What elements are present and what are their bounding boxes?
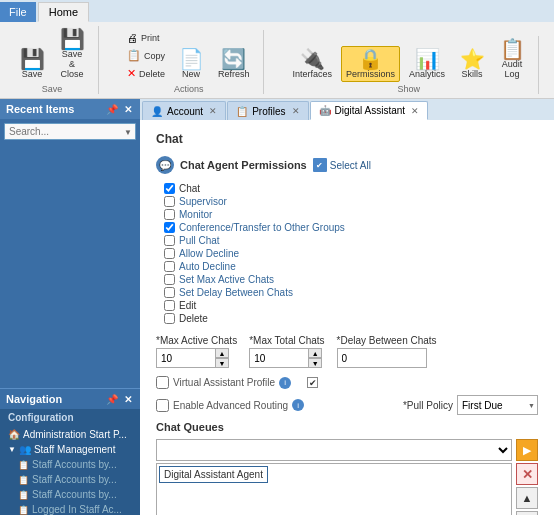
max-total-chats-group: *Max Total Chats 10 ▲ ▼ bbox=[249, 335, 324, 368]
checkbox-auto-decline-input[interactable] bbox=[164, 261, 175, 272]
save-close-button[interactable]: 💾 Save &Close bbox=[54, 26, 90, 82]
chat-section-title: Chat bbox=[156, 132, 538, 146]
nav-child-logged-in[interactable]: 📋 Logged In Staff Ac... bbox=[0, 502, 140, 515]
checkbox-supervisor: Supervisor bbox=[164, 195, 538, 208]
max-active-chats-input[interactable]: 10 bbox=[156, 348, 216, 368]
document-body: Chat 💬 Chat Agent Permissions ✔ Select A… bbox=[140, 120, 554, 515]
delay-between-chats-input[interactable]: 0 bbox=[337, 348, 427, 368]
ribbon-body: 💾 Save 💾 Save &Close Save 🖨 Print bbox=[0, 22, 554, 98]
pull-policy-select[interactable]: First Due Round Robin Least Busy bbox=[457, 395, 538, 415]
nav-item-admin[interactable]: 🏠 Administration Start P... bbox=[0, 427, 140, 442]
save-button[interactable]: 💾 Save bbox=[14, 46, 50, 82]
tab-home[interactable]: Home bbox=[38, 2, 89, 22]
copy-button[interactable]: 📋 Copy bbox=[123, 47, 169, 64]
print-button[interactable]: 🖨 Print bbox=[123, 30, 169, 46]
checkbox-allow-decline: Allow Decline bbox=[164, 247, 538, 260]
enable-routing-row: Enable Advanced Routing i *Pull Policy F… bbox=[156, 395, 538, 415]
ribbon-group-actions: 🖨 Print 📋 Copy ✕ Delete 📄 New bbox=[115, 30, 264, 94]
ribbon-group-save: 💾 Save 💾 Save &Close Save bbox=[6, 26, 99, 94]
checkbox-edit-input[interactable] bbox=[164, 300, 175, 311]
chat-queues-label: Chat Queues bbox=[156, 421, 538, 433]
checkbox-edit: Edit bbox=[164, 299, 538, 312]
tab-digital-assistant[interactable]: 🤖 Digital Assistant ✕ bbox=[310, 101, 429, 120]
refresh-button[interactable]: 🔄 Refresh bbox=[213, 46, 255, 82]
nav-child-staff-accounts-2[interactable]: 📋 Staff Accounts by... bbox=[0, 472, 140, 487]
sidebar-search-area: ▼ bbox=[0, 119, 140, 144]
tab-file[interactable]: File bbox=[0, 2, 36, 22]
tab-digital-assistant-close[interactable]: ✕ bbox=[411, 106, 419, 116]
search-input[interactable] bbox=[4, 123, 136, 140]
tab-account-close[interactable]: ✕ bbox=[209, 106, 217, 116]
max-active-chats-down[interactable]: ▼ bbox=[215, 358, 229, 368]
checkbox-delete-input[interactable] bbox=[164, 313, 175, 324]
nav-close[interactable]: ✕ bbox=[122, 394, 134, 405]
queue-add-button[interactable]: ▶ bbox=[516, 439, 538, 461]
tab-profiles[interactable]: 📋 Profiles ✕ bbox=[227, 101, 308, 120]
nav-pin[interactable]: 📌 bbox=[104, 394, 120, 405]
checkbox-chat-input[interactable] bbox=[164, 183, 175, 194]
queue-list: Digital Assistant Agent bbox=[156, 463, 512, 515]
queue-remove-button[interactable]: ✕ bbox=[516, 463, 538, 485]
checkbox-list: Chat Supervisor Monitor Conference/Trans… bbox=[164, 182, 538, 325]
recent-items-close[interactable]: ✕ bbox=[122, 104, 134, 115]
max-total-chats-input[interactable]: 10 bbox=[249, 348, 309, 368]
analytics-button[interactable]: 📊 Analytics bbox=[404, 46, 450, 82]
sidebar: Recent Items 📌 ✕ ▼ Navigation 📌 ✕ Confi bbox=[0, 99, 140, 515]
interfaces-button[interactable]: 🔌 Interfaces bbox=[288, 46, 338, 82]
permissions-title: Chat Agent Permissions bbox=[180, 159, 307, 171]
checkbox-set-delay-input[interactable] bbox=[164, 287, 175, 298]
main-layout: Recent Items 📌 ✕ ▼ Navigation 📌 ✕ Confi bbox=[0, 99, 554, 515]
new-button[interactable]: 📄 New bbox=[173, 46, 209, 82]
nav-item-staff-mgmt[interactable]: ▼ 👥 Staff Management bbox=[0, 442, 140, 457]
recent-items-pin[interactable]: 📌 bbox=[104, 104, 120, 115]
checkbox-supervisor-input[interactable] bbox=[164, 196, 175, 207]
virtual-assistant-check: ✔ bbox=[307, 377, 318, 388]
select-all-button[interactable]: ✔ Select All bbox=[313, 158, 371, 172]
max-total-chats-down[interactable]: ▼ bbox=[308, 358, 322, 368]
enable-routing-item: Enable Advanced Routing i bbox=[156, 399, 304, 412]
delete-button[interactable]: ✕ Delete bbox=[123, 65, 169, 82]
permissions-button[interactable]: 🔒 Permissions bbox=[341, 46, 400, 82]
checkbox-allow-decline-input[interactable] bbox=[164, 248, 175, 259]
checkbox-pull-chat: Pull Chat bbox=[164, 234, 538, 247]
virtual-assistant-checkbox[interactable] bbox=[156, 376, 169, 389]
skills-button[interactable]: ⭐ Skills bbox=[454, 46, 490, 82]
queue-down-button[interactable]: ▼ bbox=[516, 511, 538, 515]
select-all-icon: ✔ bbox=[313, 158, 327, 172]
audit-log-button[interactable]: 📋 AuditLog bbox=[494, 36, 530, 82]
queue-up-button[interactable]: ▲ bbox=[516, 487, 538, 509]
tab-account[interactable]: 👤 Account ✕ bbox=[142, 101, 226, 120]
queue-dropdown[interactable] bbox=[156, 439, 512, 461]
tab-profiles-close[interactable]: ✕ bbox=[292, 106, 300, 116]
checkbox-set-max-input[interactable] bbox=[164, 274, 175, 285]
enable-routing-checkbox[interactable] bbox=[156, 399, 169, 412]
checkbox-set-delay: Set Delay Between Chats bbox=[164, 286, 538, 299]
virtual-assistant-standalone-check: ✔ bbox=[307, 377, 318, 388]
navigation-section: Navigation 📌 ✕ Configuration 🏠 Administr… bbox=[0, 388, 140, 515]
max-active-chats-group: *Max Active Chats 10 ▲ ▼ bbox=[156, 335, 237, 368]
virtual-assistant-info-icon[interactable]: i bbox=[279, 377, 291, 389]
ribbon-tabs: File Home bbox=[0, 0, 554, 22]
va-row: Virtual Assistant Profile i ✔ bbox=[156, 376, 538, 389]
navigation-title: Navigation bbox=[6, 393, 62, 405]
max-active-chats-up[interactable]: ▲ bbox=[215, 348, 229, 358]
queue-list-item[interactable]: Digital Assistant Agent bbox=[159, 466, 268, 483]
checkbox-conference-input[interactable] bbox=[164, 222, 175, 233]
permissions-icon: 💬 bbox=[156, 156, 174, 174]
queue-side-buttons: ▶ ✕ ▲ ▼ bbox=[516, 439, 538, 515]
max-total-chats-up[interactable]: ▲ bbox=[308, 348, 322, 358]
nav-tree: 🏠 Administration Start P... ▼ 👥 Staff Ma… bbox=[0, 425, 140, 515]
nav-child-staff-accounts-3[interactable]: 📋 Staff Accounts by... bbox=[0, 487, 140, 502]
checkbox-monitor: Monitor bbox=[164, 208, 538, 221]
checkbox-auto-decline: Auto Decline bbox=[164, 260, 538, 273]
pull-policy-dropdown-wrap: First Due Round Robin Least Busy bbox=[457, 395, 538, 415]
checkbox-monitor-input[interactable] bbox=[164, 209, 175, 220]
delay-between-chats-group: *Delay Between Chats 0 bbox=[337, 335, 437, 368]
pull-policy-group: *Pull Policy First Due Round Robin Least… bbox=[403, 395, 538, 415]
queue-area: Digital Assistant Agent ▶ ✕ ▲ ▼ bbox=[156, 439, 538, 515]
permissions-header: 💬 Chat Agent Permissions ✔ Select All bbox=[156, 156, 538, 174]
enable-routing-info-icon[interactable]: i bbox=[292, 399, 304, 411]
checkbox-pull-chat-input[interactable] bbox=[164, 235, 175, 246]
queue-input-wrap: Digital Assistant Agent bbox=[156, 439, 512, 515]
nav-child-staff-accounts-1[interactable]: 📋 Staff Accounts by... bbox=[0, 457, 140, 472]
